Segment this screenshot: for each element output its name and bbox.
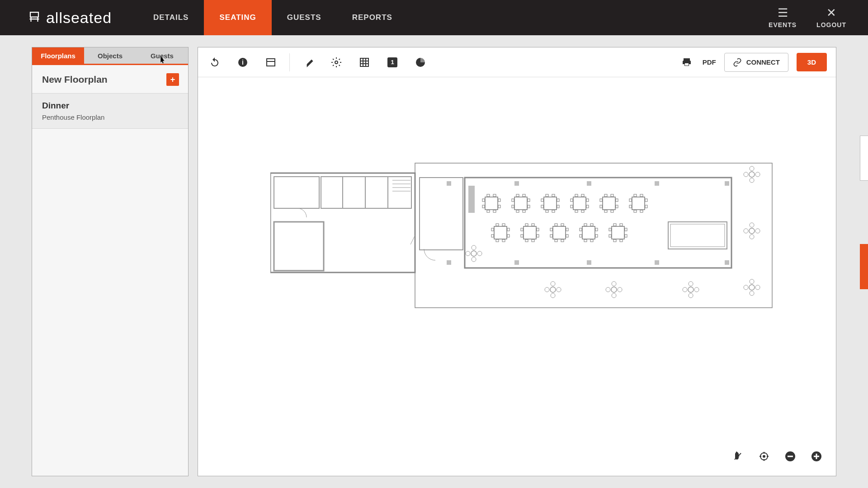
events-button[interactable]: ☰ EVENTS [759,7,807,28]
undo-button[interactable] [207,55,222,70]
nav-reports[interactable]: REPORTS [337,0,408,35]
svg-rect-124 [580,235,582,237]
svg-rect-109 [553,226,566,239]
svg-rect-73 [603,197,615,210]
top-navbar: allseated DETAILS SEATING GUESTS REPORTS… [0,0,868,35]
svg-point-159 [744,285,748,290]
settings-button[interactable] [329,55,344,70]
tab-floorplans[interactable]: Floorplans [32,47,84,64]
pan-button[interactable] [730,449,745,464]
svg-point-151 [688,287,693,292]
svg-point-145 [557,287,561,292]
sidebar-header: New Floorplan + [32,65,188,94]
svg-rect-87 [629,199,632,202]
svg-rect-36 [725,260,729,265]
svg-rect-131 [620,239,623,242]
svg-rect-107 [537,228,539,231]
svg-rect-28 [514,181,519,186]
grid-button[interactable] [357,55,372,70]
3d-button[interactable]: 3D [797,53,827,71]
svg-point-150 [618,287,622,292]
svg-rect-112 [555,239,557,242]
svg-rect-97 [491,235,494,237]
svg-rect-18 [274,222,324,271]
svg-rect-34 [587,260,591,265]
svg-rect-105 [521,228,523,231]
svg-point-149 [606,287,610,292]
svg-point-147 [612,282,616,286]
svg-rect-62 [557,199,559,202]
svg-point-169 [744,172,748,177]
svg-rect-13 [274,177,319,208]
svg-rect-121 [584,239,587,242]
sidebar-title: New Floorplan [42,74,108,85]
svg-point-162 [750,223,754,227]
layout-button[interactable] [263,55,278,70]
nav-items: DETAILS SEATING GUESTS REPORTS [138,0,408,35]
svg-rect-113 [561,239,564,242]
tab-objects[interactable]: Objects [84,47,136,64]
measure-button[interactable] [301,55,316,70]
info-button[interactable]: i [235,55,250,70]
svg-rect-101 [525,224,528,226]
svg-rect-72 [586,205,589,208]
svg-rect-95 [502,239,505,242]
sidebar-tabs: Floorplans Objects Guests [32,47,188,65]
svg-rect-77 [611,210,613,212]
svg-point-154 [683,287,687,292]
connect-button[interactable]: CONNECT [724,53,788,72]
menu-icon: ☰ [778,7,788,19]
svg-rect-68 [581,210,584,212]
svg-rect-110 [555,224,557,226]
tab-guests[interactable]: Guests [136,47,188,64]
floorplan-canvas[interactable] [198,77,836,476]
add-floorplan-button[interactable]: + [166,73,179,86]
svg-point-160 [755,285,760,290]
center-button[interactable] [756,449,772,464]
nav-guests[interactable]: GUESTS [272,0,337,35]
logout-button[interactable]: ✕ LOGOUT [807,7,856,28]
svg-point-165 [755,229,760,233]
toolbar-divider [289,53,290,71]
svg-rect-106 [521,235,523,237]
svg-rect-117 [566,235,568,237]
svg-rect-61 [541,205,543,208]
sidebar: Floorplans Objects Guests New Floorplan … [32,47,189,476]
nav-seating[interactable]: SEATING [204,0,271,35]
svg-rect-119 [584,224,587,226]
nav-details[interactable]: DETAILS [138,0,204,35]
svg-text:i: i [242,59,244,66]
floorplan-sub: Penthouse Floorplan [42,113,178,121]
svg-rect-27 [447,181,451,186]
zoom-controls [730,449,824,464]
svg-rect-135 [625,235,627,237]
zoom-out-button[interactable] [783,449,798,464]
svg-rect-74 [604,194,607,197]
svg-rect-178 [788,456,793,457]
svg-rect-83 [634,194,637,197]
pie-button[interactable] [413,55,428,70]
pdf-button[interactable]: PDF [703,58,716,66]
edge-tab-2[interactable] [860,244,868,289]
floorplan-drawing [270,159,777,321]
svg-rect-102 [532,224,534,226]
svg-rect-79 [600,205,602,208]
svg-rect-92 [496,224,499,226]
svg-rect-38 [487,194,490,197]
svg-rect-47 [516,194,519,197]
floorplan-item[interactable]: Dinner Penthouse Floorplan [32,94,188,129]
svg-point-136 [471,251,476,256]
canvas-toolbar: i 1 PDF CONNECT 3D [198,47,836,77]
svg-point-164 [744,229,748,233]
table-number-button[interactable]: 1 [385,55,400,70]
svg-point-144 [545,287,549,292]
edge-tab-1[interactable] [860,136,868,181]
svg-rect-23 [420,178,463,250]
print-button[interactable] [679,55,694,70]
svg-point-168 [750,178,754,183]
svg-rect-75 [611,194,613,197]
zoom-in-button[interactable] [809,449,824,464]
svg-rect-44 [498,199,500,202]
svg-rect-14 [321,177,411,208]
svg-point-161 [749,228,755,234]
